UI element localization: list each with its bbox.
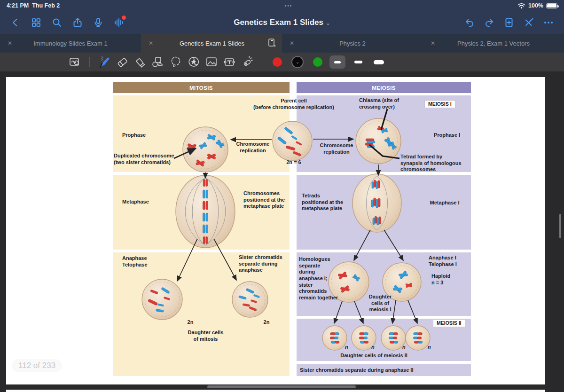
tab-close-icon[interactable]: ✕ — [5, 40, 15, 47]
tab-page-icon — [268, 38, 277, 49]
vertical-scrollbar[interactable] — [559, 214, 561, 238]
date: Thu Feb 2 — [32, 2, 60, 9]
eraser-tool[interactable] — [114, 54, 130, 70]
redo-button[interactable] — [481, 15, 497, 31]
duplicated-chromosome-label: Duplicated chromosome (two sister chroma… — [114, 153, 210, 165]
thumbnails-button[interactable] — [28, 15, 44, 31]
thickness-medium[interactable] — [350, 55, 366, 69]
chevron-down-icon: ⌄ — [296, 60, 299, 64]
chiasma-label: Chiasma (site of crossing over) — [359, 97, 418, 110]
note-page[interactable]: MITOSIS MEIOSIS — [6, 77, 545, 384]
ink-color-red[interactable] — [273, 57, 282, 67]
tab-close-icon[interactable]: ✕ — [146, 40, 156, 47]
microphone-icon — [93, 17, 103, 28]
parent-cell-label: Parent cell (before chromosome replicati… — [226, 98, 362, 110]
ink-color-green[interactable] — [313, 57, 322, 67]
lasso-icon — [169, 55, 182, 69]
back-button[interactable] — [8, 15, 24, 31]
add-page-button[interactable] — [501, 15, 517, 31]
battery-percent: 100% — [528, 2, 543, 9]
ploidy-n-3: n — [402, 344, 406, 351]
next-page-preview — [6, 390, 545, 392]
thickness-thin[interactable] — [329, 55, 345, 69]
tetrads-positioned-label: Tetrads positioned at the metaphase plat… — [302, 193, 352, 212]
mitosis-daughter-cell-1 — [142, 279, 182, 320]
ploidy-n-1: n — [345, 344, 348, 351]
tab-genetics-slides[interactable]: ✕ Genetics Exam 1 Slides — [141, 34, 282, 53]
daughter-cells-meiosis1-label: Daughter cells of meiosis I — [359, 294, 401, 313]
mitosis-daughter-cell-2 — [232, 282, 268, 317]
tab-label: Immunology Slides Exam 1 — [15, 40, 126, 47]
meiosis1-badge: MEIOSIS I — [425, 101, 455, 108]
close-button[interactable] — [521, 15, 537, 31]
highlighter-icon — [133, 55, 147, 69]
close-icon — [524, 17, 534, 28]
shapes-tool[interactable] — [150, 54, 166, 70]
highlighter-tool[interactable] — [132, 54, 148, 70]
tab-physics-2[interactable]: ✕ Physics 2 — [282, 34, 423, 53]
audio-levels-button[interactable] — [111, 15, 127, 31]
share-icon — [72, 17, 83, 28]
share-button[interactable] — [70, 15, 86, 31]
undo-button[interactable] — [462, 15, 478, 31]
chromosome-replication-right-label: Chromosome replication — [314, 142, 359, 155]
sister-chromatids-label: Sister chromatids separate during anapha… — [239, 254, 294, 274]
daughter-cells-mitosis-label: Daughter cells of mitosis — [179, 329, 233, 342]
laser-pointer-icon — [241, 55, 254, 69]
toolbar-divider — [89, 57, 90, 67]
mitosis-meiosis-diagram: MITOSIS MEIOSIS — [113, 82, 471, 376]
text-tool[interactable] — [221, 54, 237, 70]
prophase-label: Prophase — [122, 132, 146, 139]
undo-icon — [464, 17, 475, 28]
eraser-icon — [116, 55, 129, 69]
metaphase-label: Metaphase — [122, 199, 149, 205]
ploidy-n-4: n — [428, 344, 431, 351]
ink-color-black-selected[interactable]: ⌄ — [291, 56, 304, 68]
pen-tool[interactable] — [96, 54, 112, 70]
horizontal-scrollbar[interactable] — [207, 385, 356, 388]
chromosome-replication-left-label: Chromosome replication — [230, 141, 275, 154]
prophase1-label: Prophase I — [425, 132, 469, 139]
mitosis-metaphase-cell — [176, 175, 235, 248]
search-icon — [52, 17, 62, 28]
clock: 4:21 PM — [7, 2, 29, 9]
laser-pointer-tool[interactable] — [239, 54, 255, 70]
zoom-window-tool[interactable] — [67, 54, 83, 70]
parent-ploidy-label: 2n = 6 — [275, 159, 313, 166]
image-icon — [205, 55, 218, 69]
toolbar-divider — [262, 57, 262, 67]
sticker-star-icon — [187, 55, 200, 69]
canvas-area: MITOSIS MEIOSIS — [0, 71, 564, 392]
tab-close-icon[interactable]: ✕ — [428, 40, 438, 47]
search-button[interactable] — [49, 15, 65, 31]
anaphase2-caption: Sister chromatids separate during anapha… — [300, 367, 469, 374]
meiosis-prophase1-cell — [356, 118, 401, 164]
chevron-down-icon: ⌄ — [326, 20, 330, 26]
parent-cell — [273, 121, 312, 161]
homologues-label: Homologues separate during anaphase I; s… — [299, 256, 345, 301]
ploidy-2n-right: 2n — [259, 319, 274, 326]
stickers-tool[interactable] — [186, 54, 202, 70]
tetrad-label: Tetrad formed by synapsis of homologous … — [400, 154, 471, 173]
diagram-drawing — [113, 82, 471, 376]
status-left: 4:21 PM Thu Feb 2 — [7, 2, 60, 9]
edit-toolbar: ⌄ — [0, 53, 564, 71]
microphone-button[interactable] — [90, 15, 106, 31]
battery-icon — [546, 3, 557, 8]
lasso-tool[interactable] — [168, 54, 184, 70]
tab-close-icon[interactable]: ✕ — [287, 40, 297, 47]
thumbnails-grid-icon — [31, 17, 41, 28]
ploidy-n-2: n — [371, 344, 375, 351]
nav-bar: Genetics Exam 1 Slides ⌄ — [0, 11, 564, 34]
anaphase1-telophase1-label: Anaphase I Telophase I — [429, 255, 472, 267]
shapes-icon — [151, 55, 164, 69]
wifi-icon — [517, 3, 525, 9]
tab-immunology-slides[interactable]: ✕ Immunology Slides Exam 1 — [0, 34, 141, 53]
thickness-thick[interactable] — [371, 55, 387, 69]
page-number-indicator: 112 of 233 — [12, 359, 62, 372]
tab-bar: ✕ Immunology Slides Exam 1 ✕ Genetics Ex… — [0, 34, 564, 53]
back-icon — [10, 17, 21, 28]
more-button[interactable] — [540, 15, 556, 31]
image-tool[interactable] — [204, 54, 219, 70]
tab-physics-2-vectors[interactable]: ✕ Physics 2, Exam 1 Vectors — [423, 34, 564, 53]
